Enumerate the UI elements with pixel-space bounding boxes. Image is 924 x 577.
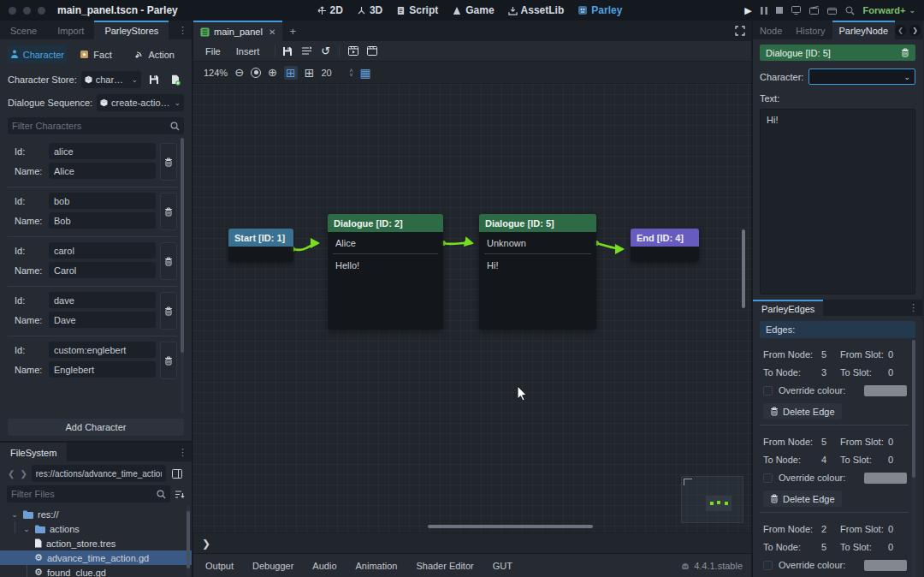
remote-debug-button[interactable] <box>791 6 801 15</box>
character-name-input[interactable] <box>49 163 156 179</box>
colour-swatch[interactable] <box>864 560 907 571</box>
zoom-reset-button[interactable] <box>251 68 261 78</box>
override-colour-checkbox[interactable] <box>763 386 773 396</box>
workspace-parley-button[interactable]: Parley <box>578 4 622 16</box>
dock-menu-icon[interactable]: ⋮ <box>174 443 192 461</box>
history-forward-icon[interactable]: ❯ <box>19 469 27 479</box>
delete-edge-button[interactable]: Delete Edge <box>763 491 842 507</box>
graph-node-dialogue-5[interactable]: Dialogue [ID: 5] Unknown Hi! <box>479 214 596 330</box>
bottom-tab-gut[interactable]: GUT <box>493 561 512 571</box>
canvas-h-scrollbar[interactable] <box>428 525 593 528</box>
workspace-assetlib-button[interactable]: AssetLib <box>508 4 565 16</box>
delete-character-button[interactable] <box>160 242 177 280</box>
dialogue-sequence-dropdown[interactable]: create-action-basi ⌄ <box>97 94 184 111</box>
dialogue-node-header[interactable]: Dialogue [ID: 2] <box>328 214 443 232</box>
bottom-tab-debugger[interactable]: Debugger <box>252 561 293 571</box>
override-colour-checkbox[interactable] <box>763 561 773 570</box>
snap-distance-input[interactable] <box>321 65 346 80</box>
history-forward-icon[interactable]: ❯ <box>909 25 921 36</box>
run-movie-button[interactable] <box>809 6 819 15</box>
edges-scrollbar[interactable] <box>912 340 915 577</box>
dock-menu-icon[interactable]: ⋮ <box>174 21 192 39</box>
graph-minimap[interactable] <box>681 476 743 523</box>
new-store-button[interactable] <box>167 71 184 88</box>
delete-character-button[interactable] <box>160 193 177 230</box>
end-node-header[interactable]: End [ID: 4] <box>631 229 699 247</box>
tab-parleystores[interactable]: ParleyStores <box>94 21 169 39</box>
delete-character-button[interactable] <box>160 292 177 330</box>
tree-item-action-store[interactable]: action_store.tres <box>0 536 192 550</box>
minimap-toggle-button[interactable]: ▦ <box>360 66 371 80</box>
character-id-input[interactable] <box>49 193 156 209</box>
history-back-icon[interactable]: ❮ <box>895 25 906 36</box>
chevron-expanded-icon[interactable]: ⌄ <box>10 510 19 519</box>
distraction-free-button[interactable] <box>729 21 751 41</box>
window-zoom-button[interactable] <box>38 7 45 15</box>
colour-swatch[interactable] <box>864 385 907 396</box>
filesystem-scrollbar[interactable] <box>187 505 190 577</box>
window-controls[interactable] <box>0 7 57 15</box>
tree-item-res-root[interactable]: ⌄ res:// <box>0 507 192 521</box>
toggle-split-mode-button[interactable] <box>169 466 185 481</box>
character-list-scrollbar[interactable] <box>181 138 184 413</box>
graph-node-dialogue-2[interactable]: Dialogue [ID: 2] Alice Hello! <box>328 214 443 330</box>
filter-characters-input[interactable] <box>12 121 170 131</box>
character-name-input[interactable] <box>49 212 156 229</box>
character-name-input[interactable] <box>49 361 156 378</box>
spin-down-icon[interactable]: ˅ <box>349 73 352 77</box>
tab-filesystem[interactable]: FileSystem <box>0 443 67 461</box>
filter-files-input[interactable] <box>11 489 157 499</box>
tab-import[interactable]: Import <box>47 21 94 39</box>
character-id-input[interactable] <box>49 292 156 308</box>
add-character-button[interactable]: Add Character <box>8 419 184 436</box>
profiler-button[interactable] <box>845 6 855 15</box>
tab-parleyedges[interactable]: ParleyEdges <box>753 300 823 316</box>
character-id-input[interactable] <box>49 143 156 159</box>
bottom-tab-animation[interactable]: Animation <box>356 561 398 571</box>
tab-history[interactable]: History <box>789 21 832 39</box>
bottom-tab-output[interactable]: Output <box>205 561 234 571</box>
file-menu[interactable]: File <box>198 46 228 57</box>
chevron-expanded-icon[interactable]: ⌄ <box>22 525 31 533</box>
insert-menu[interactable]: Insert <box>229 46 267 57</box>
canvas-v-scrollbar[interactable] <box>742 229 745 308</box>
character-id-input[interactable] <box>49 242 156 259</box>
close-tab-icon[interactable]: ✕ <box>269 27 275 37</box>
workspace-script-button[interactable]: Script <box>396 4 438 16</box>
character-name-input[interactable] <box>49 312 156 328</box>
delete-edge-button[interactable]: Delete Edge <box>763 403 842 419</box>
dock-menu-icon[interactable]: ⋮ <box>904 300 922 316</box>
current-path-input[interactable] <box>36 469 162 479</box>
save-icon[interactable] <box>282 46 293 57</box>
pause-button[interactable] <box>761 7 767 15</box>
mode-character-button[interactable]: Character <box>8 45 67 63</box>
workspace-3d-button[interactable]: 3D <box>357 4 382 16</box>
override-colour-checkbox[interactable] <box>763 473 773 483</box>
tree-item-actions[interactable]: ⌄ actions <box>0 521 192 536</box>
grid-toggle-button[interactable]: ⊞ <box>305 66 315 80</box>
character-name-input[interactable] <box>49 262 156 278</box>
graph-node-end[interactable]: End [ID: 4] <box>631 229 699 262</box>
renderer-selector[interactable]: Forward+ ⌄ <box>863 5 915 15</box>
graph-node-start[interactable]: Start [ID: 1] <box>228 229 293 262</box>
tree-item-advance-time-action[interactable]: ⚙ advance_time_action.gd <box>0 550 192 565</box>
arrange-nodes-icon[interactable] <box>301 46 312 56</box>
play-button[interactable]: ▶ <box>744 5 751 16</box>
colour-swatch[interactable] <box>864 473 907 484</box>
bottom-tab-audio[interactable]: Audio <box>312 561 336 571</box>
trash-icon[interactable] <box>901 48 909 57</box>
window-close-button[interactable] <box>9 7 16 15</box>
test-from-node-icon[interactable] <box>367 46 377 56</box>
mode-action-button[interactable]: Action <box>125 45 184 63</box>
zoom-out-button[interactable]: ⊖ <box>234 66 244 79</box>
save-store-button[interactable] <box>145 71 163 88</box>
stop-button[interactable] <box>776 7 783 14</box>
workspace-game-button[interactable]: Game <box>452 4 494 16</box>
dialogue-node-header[interactable]: Dialogue [ID: 5] <box>479 214 596 232</box>
tab-scene[interactable]: Scene <box>0 21 47 39</box>
scene-tab-main-panel[interactable]: main_panel ✕ <box>193 21 282 41</box>
mode-fact-button[interactable]: Fact <box>67 45 126 63</box>
dialogue-text-area[interactable]: Hi! <box>760 109 915 294</box>
sort-options-icon[interactable] <box>175 490 185 499</box>
delete-character-button[interactable] <box>160 143 177 181</box>
